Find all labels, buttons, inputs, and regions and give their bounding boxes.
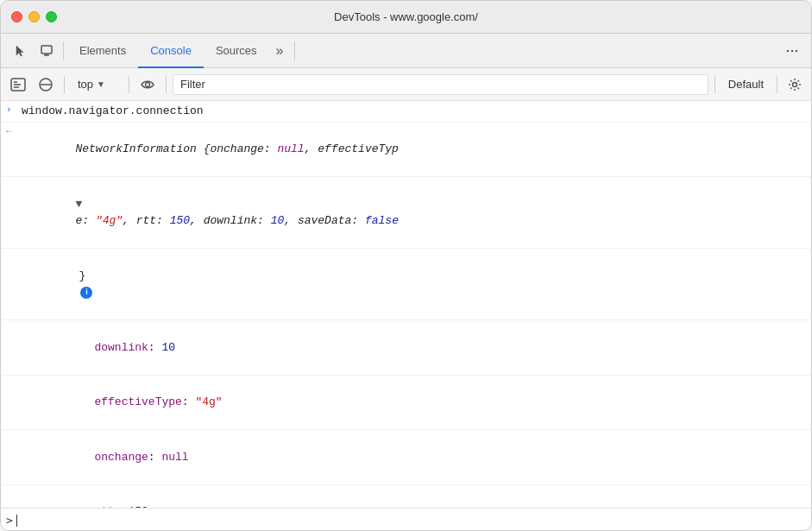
prop-effectivetype: effectiveType: "4g": [1, 376, 811, 431]
console-output-line-2: ▼ e: "4g", rtt: 150, downlink: 10, saveD…: [1, 177, 811, 249]
more-tabs-button[interactable]: »: [269, 40, 291, 62]
clear-console-button[interactable]: [34, 73, 58, 97]
minimize-button[interactable]: [28, 11, 40, 22]
context-selector[interactable]: top ▼: [71, 76, 123, 92]
toolbar-divider-2: [294, 41, 295, 60]
prop-effectivetype-content: effectiveType: "4g": [41, 377, 806, 428]
traffic-lights: [11, 11, 57, 22]
console-divider-2: [129, 76, 129, 93]
toolbar-divider-1: [63, 41, 64, 60]
console-output-line-3: } i: [1, 249, 811, 320]
cursor-icon[interactable]: [8, 38, 34, 64]
live-expressions-button[interactable]: [135, 73, 160, 97]
prop-onchange-content: onchange: null: [41, 432, 806, 483]
prop-downlink-content: downlink: 10: [41, 322, 806, 373]
prop-downlink: downlink: 10: [1, 320, 811, 376]
svg-point-12: [146, 82, 150, 86]
console-input-text: window.navigator.connection: [22, 103, 806, 120]
input-cursor: [16, 515, 17, 527]
tab-elements[interactable]: Elements: [67, 34, 138, 68]
context-label: top: [78, 78, 93, 91]
tab-console[interactable]: Console: [138, 34, 204, 68]
inspect-icon[interactable]: [34, 38, 60, 64]
console-output: › window.navigator.connection ← NetworkI…: [1, 101, 811, 508]
expand-triangle-icon[interactable]: ▼: [75, 196, 82, 213]
console-divider-5: [777, 76, 777, 93]
toolbar: Elements Console Sources »: [1, 34, 811, 68]
svg-point-5: [796, 49, 797, 51]
toolbar-right: [780, 39, 804, 63]
console-divider-1: [64, 76, 65, 93]
svg-point-13: [793, 82, 797, 86]
prop-rtt-content: rtt: 150: [41, 487, 806, 509]
prop-rtt: rtt: 150: [1, 485, 811, 509]
filter-input[interactable]: [173, 74, 708, 95]
execute-icon[interactable]: [6, 73, 30, 97]
title-bar: DevTools - www.google.com/: [1, 1, 811, 34]
maximize-button[interactable]: [46, 11, 57, 22]
output-content-2: ▼ e: "4g", rtt: 150, downlink: 10, saveD…: [22, 179, 806, 246]
devtools-menu-button[interactable]: [780, 39, 804, 63]
output-arrow: ←: [6, 124, 22, 136]
tab-sources[interactable]: Sources: [204, 34, 269, 68]
log-level-select[interactable]: Default: [721, 76, 771, 92]
input-arrow: ›: [6, 103, 22, 115]
svg-point-3: [787, 49, 789, 51]
console-settings-button[interactable]: [784, 73, 806, 96]
context-arrow-icon: ▼: [97, 79, 105, 89]
input-prompt: >: [6, 514, 13, 527]
prop-onchange: onchange: null: [1, 430, 811, 485]
console-input-line: › window.navigator.connection: [1, 101, 811, 123]
console-divider-3: [166, 76, 167, 93]
svg-point-4: [791, 49, 793, 51]
console-divider-4: [714, 76, 715, 93]
info-icon[interactable]: i: [80, 287, 92, 299]
close-button[interactable]: [11, 11, 22, 22]
console-toolbar: top ▼ Default: [1, 68, 811, 101]
output-content-3: } i: [25, 250, 806, 318]
output-content-1: NetworkInformation {onchange: null, effe…: [22, 124, 806, 175]
console-main: › window.navigator.connection ← NetworkI…: [1, 101, 811, 531]
console-output-line-1: ← NetworkInformation {onchange: null, ef…: [1, 123, 811, 178]
svg-rect-0: [41, 46, 52, 54]
window-title: DevTools - www.google.com/: [334, 10, 478, 23]
console-input-area: >: [1, 508, 811, 531]
